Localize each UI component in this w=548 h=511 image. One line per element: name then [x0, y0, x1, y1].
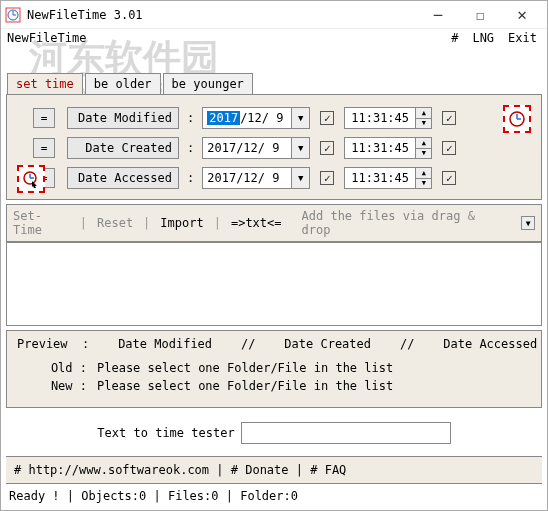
time-panel: = Date Modified : 2017/12/ 9 ▼ ✓ 11:31:4…	[6, 94, 542, 200]
preview-header: Preview : Date Modified // Date Created …	[17, 337, 537, 351]
set-time-button[interactable]: Set-Time	[13, 209, 70, 237]
tab-set-time[interactable]: set time	[7, 73, 83, 94]
new-value: Please select one Folder/File in the lis…	[97, 379, 393, 393]
spinner[interactable]: ▲▼	[415, 108, 431, 128]
date-text[interactable]: 2017/12/ 9	[203, 168, 291, 188]
checkbox-accessed-date[interactable]: ✓	[320, 171, 334, 185]
time-input-accessed[interactable]: 11:31:45 ▲▼	[344, 167, 432, 189]
tab-be-older[interactable]: be older	[85, 73, 161, 94]
tester-input[interactable]	[241, 422, 451, 444]
window-controls: ─ ☐ ✕	[417, 2, 543, 28]
time-text[interactable]: 11:31:45	[345, 168, 415, 188]
time-input-modified[interactable]: 11:31:45 ▲▼	[344, 107, 432, 129]
lng-link[interactable]: LNG	[472, 31, 494, 45]
toolbar: Set-Time | Reset | Import | =>txt<= Add …	[6, 204, 542, 242]
file-list[interactable]	[6, 242, 542, 326]
status-bar: Ready ! | Objects:0 | Files:0 | Folder:0	[1, 484, 547, 508]
checkbox-created-time[interactable]: ✓	[442, 141, 456, 155]
date-input-accessed[interactable]: 2017/12/ 9 ▼	[202, 167, 310, 189]
time-text[interactable]: 11:31:45	[345, 138, 415, 158]
colon: :	[187, 141, 194, 155]
drag-drop-hint: Add the files via drag & drop	[302, 209, 508, 237]
maximize-button[interactable]: ☐	[459, 2, 501, 28]
tabs: set time be older be younger	[1, 49, 547, 94]
row-modified: = Date Modified : 2017/12/ 9 ▼ ✓ 11:31:4…	[15, 107, 533, 129]
colon: :	[187, 111, 194, 125]
spinner[interactable]: ▲▼	[415, 168, 431, 188]
brand-link[interactable]: NewFileTime	[7, 31, 86, 45]
minimize-button[interactable]: ─	[417, 2, 459, 28]
eq-button-created[interactable]: =	[33, 138, 55, 158]
label-modified: Date Modified	[67, 107, 179, 129]
date-input-created[interactable]: 2017/12/ 9 ▼	[202, 137, 310, 159]
checkbox-modified-date[interactable]: ✓	[320, 111, 334, 125]
colon: :	[187, 171, 194, 185]
old-value: Please select one Folder/File in the lis…	[97, 361, 393, 375]
checkbox-accessed-time[interactable]: ✓	[442, 171, 456, 185]
drag-drop-dropdown[interactable]: ▼	[521, 216, 535, 230]
preview-panel: Preview : Date Modified // Date Created …	[6, 330, 542, 408]
date-input-modified[interactable]: 2017/12/ 9 ▼	[202, 107, 310, 129]
text-to-time-tester: Text to time tester	[6, 416, 542, 450]
label-accessed: Date Accessed	[67, 167, 179, 189]
app-icon	[5, 7, 21, 23]
reset-button[interactable]: Reset	[97, 216, 133, 230]
date-year-selected[interactable]: 2017	[207, 111, 240, 125]
exit-link[interactable]: Exit	[508, 31, 537, 45]
eq-button-modified[interactable]: =	[33, 108, 55, 128]
bottom-links: # http://www.softwareok.com | # Donate |…	[6, 456, 542, 484]
label-created: Date Created	[67, 137, 179, 159]
close-button[interactable]: ✕	[501, 2, 543, 28]
spinner[interactable]: ▲▼	[415, 138, 431, 158]
date-rest: /12/ 9	[240, 111, 283, 125]
row-created: = Date Created : 2017/12/ 9 ▼ ✓ 11:31:45…	[15, 137, 533, 159]
date-dropdown-icon[interactable]: ▼	[291, 138, 309, 158]
clock-cursor-icon[interactable]	[17, 165, 45, 193]
checkbox-modified-time[interactable]: ✓	[442, 111, 456, 125]
date-text[interactable]: 2017/12/ 9	[203, 138, 291, 158]
status-text: Ready ! | Objects:0 | Files:0 | Folder:0	[9, 489, 298, 503]
row-accessed: = Date Accessed : 2017/12/ 9 ▼ ✓ 11:31:4…	[15, 167, 533, 189]
time-text[interactable]: 11:31:45	[345, 108, 415, 128]
hash-link[interactable]: #	[451, 31, 458, 45]
top-link-bar: NewFileTime # LNG Exit	[1, 29, 547, 49]
old-label: Old :	[17, 361, 87, 375]
checkbox-created-date[interactable]: ✓	[320, 141, 334, 155]
time-input-created[interactable]: 11:31:45 ▲▼	[344, 137, 432, 159]
tab-be-younger[interactable]: be younger	[163, 73, 253, 94]
window-title: NewFileTime 3.01	[27, 8, 417, 22]
new-label: New :	[17, 379, 87, 393]
txt-button[interactable]: =>txt<=	[231, 216, 282, 230]
import-button[interactable]: Import	[160, 216, 203, 230]
date-dropdown-icon[interactable]: ▼	[291, 168, 309, 188]
date-dropdown-icon[interactable]: ▼	[291, 108, 309, 128]
clock-icon[interactable]	[503, 105, 531, 133]
titlebar: NewFileTime 3.01 ─ ☐ ✕	[1, 1, 547, 29]
tester-label: Text to time tester	[97, 426, 234, 440]
bottom-links-text[interactable]: # http://www.softwareok.com | # Donate |…	[14, 463, 346, 477]
